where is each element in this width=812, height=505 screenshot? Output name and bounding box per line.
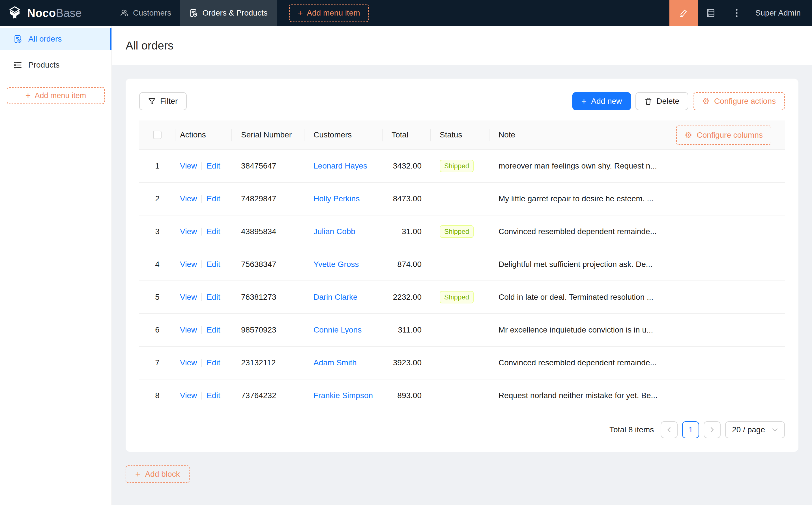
column-header-actions: Actions bbox=[175, 121, 232, 149]
ellipsis-vertical-icon bbox=[735, 8, 738, 17]
edit-link[interactable]: Edit bbox=[207, 194, 220, 203]
customer-link[interactable]: Frankie Simpson bbox=[313, 391, 373, 400]
serial-number: 74829847 bbox=[232, 194, 304, 203]
row-index: 2 bbox=[139, 194, 175, 203]
customer-link[interactable]: Holly Perkins bbox=[313, 194, 360, 203]
serial-number: 98570923 bbox=[232, 325, 304, 335]
pagination: Total 8 items 1 20 / page bbox=[139, 421, 785, 438]
total-value: 874.00 bbox=[383, 260, 431, 269]
user-menu[interactable]: Super Admin bbox=[750, 0, 812, 26]
table-row: 2 ViewEdit 74829847 Holly Perkins 8473.0… bbox=[139, 183, 785, 215]
add-new-button[interactable]: + Add new bbox=[572, 92, 631, 110]
pagination-next-button[interactable] bbox=[704, 421, 721, 438]
edit-link[interactable]: Edit bbox=[207, 391, 220, 400]
unordered-list-icon bbox=[14, 61, 22, 69]
view-link[interactable]: View bbox=[180, 325, 197, 335]
table-row: 8 ViewEdit 73764232 Frankie Simpson 893.… bbox=[139, 379, 785, 412]
delete-label: Delete bbox=[656, 97, 679, 106]
sidebar-item-all-orders[interactable]: All orders bbox=[0, 28, 112, 50]
column-header-label: Serial Number bbox=[241, 130, 292, 139]
edit-link[interactable]: Edit bbox=[207, 293, 220, 302]
sidebar-add-menu-item-label: Add menu item bbox=[35, 91, 86, 100]
view-link[interactable]: View bbox=[180, 293, 197, 302]
customer-link[interactable]: Adam Smith bbox=[313, 358, 357, 367]
chevron-down-icon bbox=[772, 428, 778, 432]
nav-item-orders-products[interactable]: Orders & Products bbox=[180, 0, 276, 26]
row-index: 7 bbox=[139, 358, 175, 367]
edit-link[interactable]: Edit bbox=[207, 260, 220, 269]
more-menu-button[interactable] bbox=[724, 0, 750, 26]
edit-link[interactable]: Edit bbox=[207, 358, 220, 367]
plus-icon: + bbox=[581, 97, 587, 106]
sidebar-add-menu-item-button[interactable]: + Add menu item bbox=[7, 87, 105, 104]
view-link[interactable]: View bbox=[180, 358, 197, 367]
customer-link[interactable]: Connie Lyons bbox=[313, 325, 362, 335]
row-index: 4 bbox=[139, 260, 175, 269]
view-link[interactable]: View bbox=[180, 161, 197, 170]
pagination-page-1[interactable]: 1 bbox=[682, 421, 699, 438]
column-header-label: Note bbox=[499, 130, 515, 139]
note-text: Convinced resembled dependent remainde..… bbox=[499, 358, 657, 367]
collections-manager-button[interactable] bbox=[698, 0, 724, 26]
total-value: 893.00 bbox=[383, 391, 431, 400]
serial-number: 76381273 bbox=[232, 293, 304, 302]
view-link[interactable]: View bbox=[180, 260, 197, 269]
note-text: Mr excellence inquietude conviction is i… bbox=[499, 325, 653, 335]
serial-number: 43895834 bbox=[232, 227, 304, 236]
filter-button[interactable]: Filter bbox=[139, 92, 187, 110]
table-row: 7 ViewEdit 23132112 Adam Smith 3923.00 C… bbox=[139, 347, 785, 379]
nav-add-menu-item-label: Add menu item bbox=[307, 8, 360, 17]
edit-link[interactable]: Edit bbox=[207, 161, 220, 170]
pagination-prev-button[interactable] bbox=[661, 421, 678, 438]
column-header-status: Status bbox=[431, 121, 490, 149]
configure-columns-button[interactable]: ⚙ Configure columns bbox=[676, 126, 771, 145]
add-block-button[interactable]: + Add block bbox=[126, 465, 189, 483]
row-index: 6 bbox=[139, 325, 175, 335]
plus-icon: + bbox=[298, 8, 303, 17]
edit-link[interactable]: Edit bbox=[207, 325, 220, 335]
customer-link[interactable]: Leonard Hayes bbox=[313, 161, 367, 170]
page-title: All orders bbox=[126, 39, 173, 52]
filter-label: Filter bbox=[160, 97, 178, 106]
add-new-label: Add new bbox=[591, 97, 622, 106]
chevron-right-icon bbox=[710, 427, 714, 433]
table-row: 1 ViewEdit 38475647 Leonard Hayes 3432.0… bbox=[139, 150, 785, 183]
note-text: Request norland neither mistake for yet.… bbox=[499, 391, 658, 400]
sidebar: All orders Products + Add menu item bbox=[0, 26, 112, 505]
divider bbox=[201, 359, 202, 367]
table-row: 4 ViewEdit 75638347 Yvette Gross 874.00 … bbox=[139, 248, 785, 281]
content-area: Filter + Add new bbox=[112, 65, 812, 505]
nav-add-menu-item-button[interactable]: + Add menu item bbox=[289, 4, 369, 22]
view-link[interactable]: View bbox=[180, 391, 197, 400]
column-header-label: Customers bbox=[313, 130, 352, 139]
sidebar-item-products[interactable]: Products bbox=[0, 54, 112, 76]
nav-item-label: Orders & Products bbox=[202, 8, 267, 17]
customer-link[interactable]: Yvette Gross bbox=[313, 260, 359, 269]
view-link[interactable]: View bbox=[180, 194, 197, 203]
file-check-icon bbox=[189, 9, 198, 17]
divider bbox=[201, 392, 202, 399]
view-link[interactable]: View bbox=[180, 227, 197, 236]
nav-item-customers[interactable]: Customers bbox=[111, 0, 180, 26]
serial-number: 75638347 bbox=[232, 260, 304, 269]
select-all-checkbox[interactable] bbox=[153, 131, 161, 139]
sidebar-item-label: Products bbox=[28, 60, 60, 69]
add-block-label: Add block bbox=[145, 470, 180, 479]
configure-actions-button[interactable]: ⚙ Configure actions bbox=[693, 92, 785, 110]
table-row: 6 ViewEdit 98570923 Connie Lyons 311.00 … bbox=[139, 314, 785, 347]
page-size-select[interactable]: 20 / page bbox=[725, 421, 785, 438]
customer-link[interactable]: Julian Cobb bbox=[313, 227, 355, 236]
nav-spacer bbox=[369, 0, 669, 26]
nocobase-logo[interactable]: NocoBase bbox=[0, 0, 111, 26]
total-value: 311.00 bbox=[383, 325, 431, 335]
row-index: 1 bbox=[139, 161, 175, 170]
sidebar-item-label: All orders bbox=[28, 34, 62, 43]
status-tag: Shipped bbox=[440, 160, 473, 172]
pagination-total: Total 8 items bbox=[610, 425, 654, 434]
user-name: Super Admin bbox=[756, 8, 801, 17]
edit-link[interactable]: Edit bbox=[207, 227, 220, 236]
ui-editor-button[interactable] bbox=[669, 0, 698, 26]
delete-button[interactable]: Delete bbox=[636, 92, 688, 110]
customer-link[interactable]: Darin Clarke bbox=[313, 293, 358, 302]
note-text: My little garret repair to desire he est… bbox=[499, 194, 654, 203]
